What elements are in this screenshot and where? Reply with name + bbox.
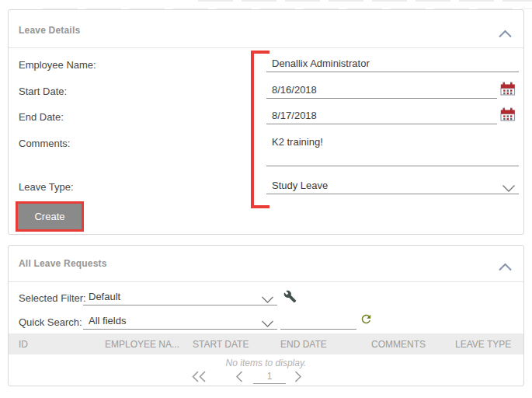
quick-search-scope-select[interactable]: All fields [83,314,277,330]
divider [9,281,523,282]
annotation-bracket-line [251,51,254,208]
first-page-icon[interactable] [191,370,207,386]
comments-value: K2 training! [272,136,323,148]
wrench-icon[interactable] [283,290,297,306]
annotation-bracket-bottom [251,205,269,208]
canvas-dash-top [198,0,532,2]
divider [9,47,523,48]
comments-textarea[interactable]: K2 training! [266,136,519,166]
next-page-icon[interactable] [294,370,302,386]
panel-title: Leave Details [19,25,80,36]
start-date-value: 8/16/2018 [272,84,317,96]
table-header-row: ID EMPLOYEE NA... START DATE END DATE CO… [9,333,523,354]
employee-name-input[interactable]: Denallix Administrator [266,58,519,72]
annotation-bracket-top [251,51,269,54]
selected-filter-value: Default [89,291,120,302]
selected-filter-label: Selected Filter: [19,292,86,304]
chevron-down-icon [261,295,274,306]
refresh-icon[interactable] [360,312,373,329]
employee-name-label: Employee Name: [19,59,96,71]
end-date-value: 8/17/2018 [272,110,317,121]
end-date-label: End Date: [19,111,64,123]
panel-title: All Leave Requests [19,258,107,269]
column-header-employee[interactable]: EMPLOYEE NA... [105,339,179,350]
chevron-up-icon[interactable] [498,27,513,41]
column-header-start-date[interactable]: START DATE [193,339,249,350]
employee-name-value: Denallix Administrator [272,58,370,69]
leave-type-value: Study Leave [272,180,328,191]
page: Leave Details Employee Name: Start Date:… [0,0,532,398]
quick-search-label: Quick Search: [19,316,82,328]
quick-search-scope-value: All fields [89,315,126,326]
annotation-create-highlight: Create [16,201,84,232]
leave-type-label: Leave Type: [19,181,74,193]
pagination [9,368,523,387]
previous-page-icon[interactable] [235,370,243,386]
start-date-input[interactable]: 8/16/2018 [266,84,497,99]
chevron-down-icon [261,319,274,330]
start-date-label: Start Date: [19,86,67,97]
quick-search-input[interactable] [280,314,356,330]
chevron-up-icon[interactable] [498,260,513,274]
comments-label: Comments: [19,138,70,149]
column-header-leave-type[interactable]: LEAVE TYPE [455,339,511,350]
all-leave-requests-panel: All Leave Requests Selected Filter: Defa… [8,245,524,386]
page-number-input[interactable] [253,368,286,384]
calendar-icon[interactable] [500,82,516,96]
leave-type-select[interactable]: Study Leave [266,180,519,194]
calendar-icon[interactable] [500,107,516,121]
selected-filter-select[interactable]: Default [83,290,277,305]
column-header-end-date[interactable]: END DATE [280,339,327,350]
empty-table-message: No items to display. [9,358,523,368]
column-header-comments[interactable]: COMMENTS [371,339,426,350]
chevron-down-icon [502,183,516,195]
create-button[interactable]: Create [18,204,82,229]
leave-details-panel: Leave Details Employee Name: Start Date:… [8,9,524,235]
end-date-input[interactable]: 8/17/2018 [266,110,497,124]
column-header-id[interactable]: ID [19,339,28,350]
